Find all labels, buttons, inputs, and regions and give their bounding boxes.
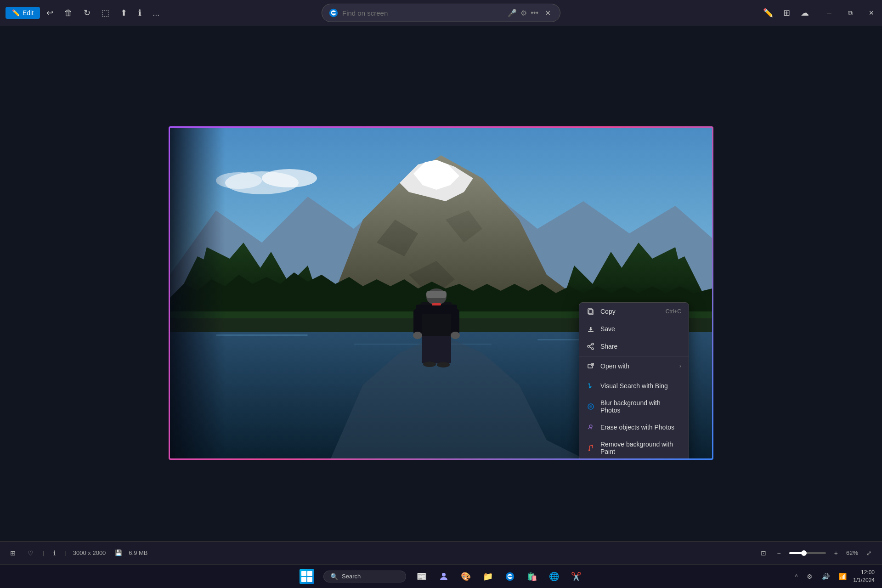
taskbar-photos-person-button[interactable] [434,567,454,586]
context-menu-erase-objects[interactable]: Erase objects with Photos [579,418,689,436]
info-button[interactable]: ℹ [134,5,146,21]
svg-point-38 [592,343,594,345]
titlebar-left: ✏️ Edit ↩ 🗑 ↻ ⬚ ⬆ ℹ ... [6,5,164,21]
windows-logo [300,569,314,584]
undo-button[interactable]: ↩ [42,5,58,21]
fit-screen-button[interactable]: ⊡ [758,548,769,559]
edge-logo-icon [328,8,339,18]
edge-icon [503,570,516,583]
context-menu-remove-bg[interactable]: Remove background with Paint [579,436,689,458]
taskbar-explorer-button[interactable]: 📁 [478,567,498,586]
context-menu-visual-search[interactable]: Visual Search with Bing [579,377,689,395]
taskbar-store-button[interactable]: 🛍️ [522,567,542,586]
close-button[interactable]: ✕ [861,0,882,26]
system-tray-settings[interactable]: ⚙ [804,571,815,582]
context-menu-open-with[interactable]: Open with › [579,357,689,375]
context-menu: Copy Ctrl+C Save Share [579,302,689,458]
photo-statusbar: ⊞ ♡ | ℹ | 3000 x 2000 💾 6.9 MB ⊡ − + 62%… [0,541,882,564]
taskbar-widgets-button[interactable]: 📰 [412,567,432,586]
info-status-button[interactable]: ℹ [51,548,58,559]
microphone-icon: 🎤 [508,9,517,17]
taskbar-browser2-button[interactable]: 🌐 [544,567,564,586]
restore-button[interactable]: ⧉ [840,0,861,26]
more-search-icon: ••• [531,9,538,17]
searchbar-container: 🎤 ⚙ ••• ✕ [322,4,560,22]
photos-blur-icon [587,402,595,411]
bing-icon [587,382,595,390]
open-with-arrow: › [679,363,681,369]
image-inner[interactable]: Copy Ctrl+C Save Share [170,128,712,458]
file-explorer-icon: 📁 [481,570,494,583]
separator: | [43,549,44,556]
clock-date: 1/1/2024 [853,577,875,584]
svg-rect-26 [413,309,422,334]
clock-time: 12:00 [853,569,875,577]
ai-tool-icon: 🎨 [459,570,472,583]
svg-rect-37 [588,331,594,332]
searchbar-close-button[interactable]: ✕ [542,8,554,18]
zoom-out-button[interactable]: − [775,548,784,559]
svg-point-47 [589,425,592,428]
cloud-icon-btn[interactable]: ☁ [797,5,813,21]
svg-rect-27 [451,309,459,334]
rotate-button[interactable]: ↻ [79,5,95,21]
svg-point-31 [423,362,436,367]
system-clock[interactable]: 12:00 1/1/2024 [853,569,875,584]
svg-line-42 [589,347,592,348]
favorite-button[interactable]: ♡ [25,548,36,559]
statusbar-right: ⊡ − + 62% ⤢ [758,548,875,559]
svg-point-0 [329,9,338,17]
taskbar-ai-button[interactable]: 🎨 [456,567,476,586]
fullscreen-button[interactable]: ⤢ [864,548,875,559]
edit-button[interactable]: ✏️ Edit [6,7,40,19]
taskbar-edge-button[interactable] [500,567,520,586]
paint-icon [587,444,595,452]
taskbar-search-box: 🔍 Search [323,571,406,582]
svg-rect-30 [422,336,451,363]
pen-icon-btn[interactable]: ✏️ [760,5,776,21]
file-size: 6.9 MB [129,549,147,556]
context-menu-separator [579,356,689,356]
svg-rect-24 [426,291,447,298]
search-icon: 🔍 [330,573,338,580]
open-with-icon [587,362,595,370]
svg-point-32 [437,362,450,368]
more-button[interactable]: ... [148,6,164,21]
minimize-button[interactable]: ─ [819,0,840,26]
delete-button[interactable]: 🗑 [60,6,77,21]
zoom-level-display: 62% [846,549,858,556]
context-menu-copy[interactable]: Copy Ctrl+C [579,303,689,320]
store-icon: 🛍️ [526,570,538,583]
svg-point-48 [442,573,446,577]
searchbar[interactable]: 🎤 ⚙ ••• ✕ [322,4,560,22]
top-right-icons: ✏️ ⊞ ☁ [760,5,813,21]
settings-icon: ⚙ [520,9,527,17]
system-tray-network[interactable]: 📶 [836,571,849,582]
zoom-slider[interactable] [789,552,826,554]
zoom-in-button[interactable]: + [831,548,841,559]
system-tray-sound[interactable]: 🔊 [819,571,832,582]
widgets-icon: 📰 [415,570,428,583]
collection-button[interactable]: ⊞ [7,548,18,559]
crop-button[interactable]: ⬚ [97,5,114,21]
context-menu-share[interactable]: Share [579,338,689,355]
save-icon [587,325,595,333]
grid-icon-btn[interactable]: ⊞ [778,5,795,21]
window-controls: ─ ⧉ ✕ [819,0,882,26]
taskbar-search-button[interactable]: 🔍 Search [320,568,410,585]
system-tray-chevron[interactable]: ^ [792,571,801,582]
context-menu-save[interactable]: Save [579,320,689,338]
main-image-area: Copy Ctrl+C Save Share [0,26,882,560]
statusbar-left: ⊞ ♡ | ℹ | 3000 x 2000 💾 6.9 MB [7,548,148,559]
file-dimensions: 3000 x 2000 [73,549,106,556]
start-button[interactable] [296,566,318,587]
save-copy-button[interactable]: ⬆ [116,5,132,21]
separator2: | [65,549,66,556]
svg-point-49 [506,572,514,580]
svg-rect-17 [216,334,308,336]
zoom-slider-thumb [801,550,807,556]
photos-erase-icon [587,423,595,431]
context-menu-blur-bg[interactable]: Blur background with Photos [579,395,689,418]
taskbar-snip-button[interactable]: ✂️ [566,567,586,586]
search-input[interactable] [342,9,504,17]
